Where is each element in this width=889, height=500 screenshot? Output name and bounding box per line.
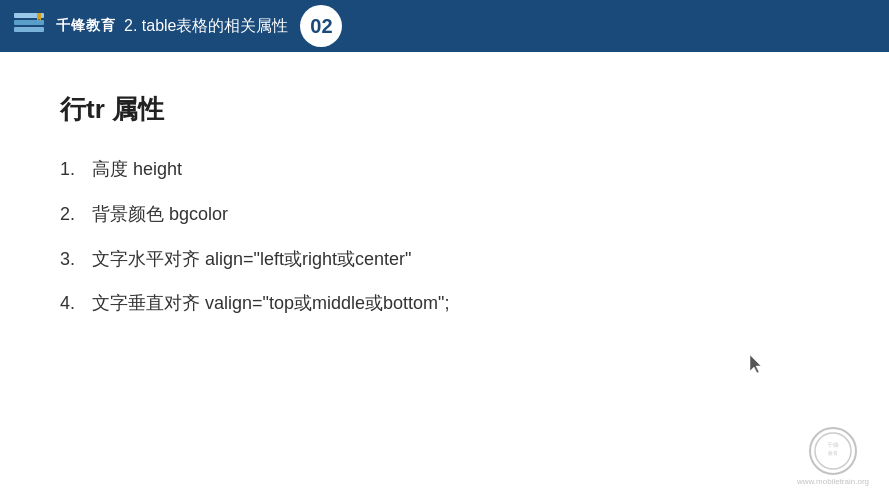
logo-text: 千锋教育 xyxy=(56,17,116,35)
header-bar: 千锋教育 2. table表格的相关属性 02 xyxy=(0,0,889,52)
list-number-1: 1. xyxy=(60,155,92,184)
badge-number: 02 xyxy=(310,15,332,38)
svg-marker-4 xyxy=(750,355,761,373)
svg-text:千锋: 千锋 xyxy=(827,441,839,448)
list-number-4: 4. xyxy=(60,289,92,318)
watermark: 千锋 教育 www.mobiletrain.org xyxy=(797,427,869,486)
header-title: 2. table表格的相关属性 xyxy=(124,16,288,37)
svg-text:教育: 教育 xyxy=(828,450,838,456)
list-item: 2. 背景颜色 bgcolor xyxy=(60,200,829,229)
list-text-1: 高度 height xyxy=(92,155,182,184)
slide-container: 千锋教育 2. table表格的相关属性 02 行tr 属性 1. 高度 hei… xyxy=(0,0,889,500)
list-number-3: 3. xyxy=(60,245,92,274)
main-content: 行tr 属性 1. 高度 height 2. 背景颜色 bgcolor 3. 文… xyxy=(0,52,889,500)
list-text-3: 文字水平对齐 align="left或right或center" xyxy=(92,245,411,274)
list-item: 4. 文字垂直对齐 valign="top或middle或bottom"; xyxy=(60,289,829,318)
watermark-logo: 千锋 教育 xyxy=(809,427,857,475)
list-item: 1. 高度 height xyxy=(60,155,829,184)
watermark-url: www.mobiletrain.org xyxy=(797,477,869,486)
svg-rect-0 xyxy=(14,27,44,32)
list-number-2: 2. xyxy=(60,200,92,229)
section-title: 行tr 属性 xyxy=(60,92,829,127)
svg-marker-3 xyxy=(37,13,41,21)
logo-icon xyxy=(10,7,48,45)
list-text-4: 文字垂直对齐 valign="top或middle或bottom"; xyxy=(92,289,449,318)
svg-rect-1 xyxy=(14,20,44,25)
list-item: 3. 文字水平对齐 align="left或right或center" xyxy=(60,245,829,274)
attributes-list: 1. 高度 height 2. 背景颜色 bgcolor 3. 文字水平对齐 a… xyxy=(60,155,829,318)
list-text-2: 背景颜色 bgcolor xyxy=(92,200,228,229)
logo-area: 千锋教育 xyxy=(10,7,116,45)
slide-badge: 02 xyxy=(300,5,342,47)
cursor xyxy=(750,355,766,379)
